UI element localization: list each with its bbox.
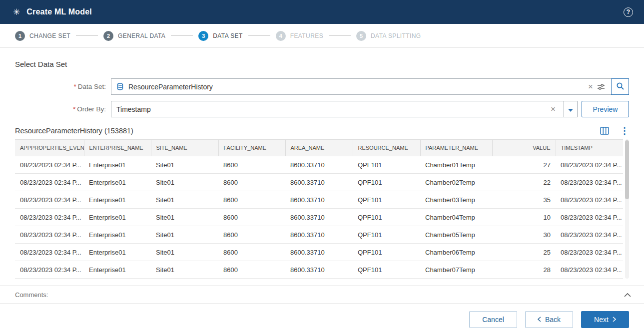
step-features[interactable]: 4 FEATURES <box>276 31 323 41</box>
back-button[interactable]: Back <box>525 311 573 328</box>
step-connector <box>248 35 270 36</box>
filter-settings-icon[interactable] <box>596 83 606 90</box>
clear-order-by-icon[interactable]: × <box>548 105 559 113</box>
required-asterisk: * <box>73 83 76 90</box>
table-cell: Chamber07Temp <box>420 261 492 279</box>
column-header[interactable]: FACILITY_NAME <box>218 140 285 156</box>
database-icon <box>116 83 124 90</box>
back-button-label: Back <box>545 316 561 324</box>
column-header[interactable]: AREA_NAME <box>285 140 353 156</box>
next-button[interactable]: Next <box>581 311 629 328</box>
table-row[interactable]: 08/23/2023 02:34 P...Enterprise01Site018… <box>15 261 623 279</box>
table-header: APPPROPERTIES_EVEN... ENTERPRISE_NAME SI… <box>15 140 623 156</box>
help-icon[interactable]: ? <box>624 7 633 17</box>
column-header[interactable]: APPPROPERTIES_EVEN... <box>15 140 84 156</box>
step-number: 4 <box>276 31 286 41</box>
table-cell: Chamber06Temp <box>420 244 492 261</box>
table-cell: Enterprise01 <box>84 244 151 261</box>
table-cell: 35 <box>492 191 556 209</box>
table-cell: Chamber01Temp <box>420 156 492 174</box>
column-header[interactable]: SITE_NAME <box>151 140 218 156</box>
cancel-button[interactable]: Cancel <box>469 311 517 328</box>
column-header[interactable]: TIMESTAMP <box>556 140 623 156</box>
table-cell: Site01 <box>151 244 218 261</box>
table-cell: QPF101 <box>353 174 420 191</box>
table-title: ResourceParameterHistory (153881) <box>15 127 133 135</box>
step-general-data[interactable]: 2 GENERAL DATA <box>103 31 165 41</box>
table-cell: 8600.33710 <box>285 209 353 226</box>
chevron-left-icon <box>538 316 541 324</box>
table-cell: 22 <box>492 174 556 191</box>
step-change-set[interactable]: 1 CHANGE SET <box>15 31 70 41</box>
table-row[interactable]: 08/23/2023 02:34 P...Enterprise01Site018… <box>15 244 623 261</box>
column-header[interactable]: VALUE <box>492 140 556 156</box>
table-row[interactable]: 08/23/2023 02:34 P...Enterprise01Site018… <box>15 174 623 191</box>
table-cell: 08/23/2023 02:34 P... <box>556 174 623 191</box>
order-by-dropdown-button[interactable] <box>564 101 578 117</box>
cancel-button-label: Cancel <box>482 316 504 324</box>
search-button[interactable] <box>611 78 629 95</box>
table-cell: 08/23/2023 02:34 P... <box>556 244 623 261</box>
step-data-set[interactable]: 3 DATA SET <box>198 31 242 41</box>
table-row[interactable]: 08/23/2023 02:34 P...Enterprise01Site018… <box>15 209 623 226</box>
step-connector <box>171 35 193 36</box>
preview-button[interactable]: Preview <box>582 101 629 117</box>
column-header[interactable]: ENTERPRISE_NAME <box>84 140 151 156</box>
content-area: Select Data Set *Data Set: ResourceParam… <box>0 48 644 279</box>
chevron-down-icon <box>568 105 573 114</box>
data-set-value: ResourceParameterHistory <box>128 83 585 91</box>
chevron-right-icon <box>613 316 616 324</box>
table-cell: Enterprise01 <box>84 226 151 244</box>
table-cell: QPF101 <box>353 156 420 174</box>
column-header[interactable]: RESOURCE_NAME <box>353 140 420 156</box>
step-number: 1 <box>15 31 25 41</box>
table-cell: 08/23/2023 02:34 P... <box>15 244 84 261</box>
step-data-splitting[interactable]: 5 DATA SPLITTING <box>356 31 421 41</box>
table-cell: 8600.33710 <box>285 191 353 209</box>
step-number: 2 <box>103 31 113 41</box>
data-table: APPPROPERTIES_EVEN... ENTERPRISE_NAME SI… <box>15 139 623 279</box>
order-by-value: Timestamp <box>116 105 548 113</box>
table-cell: Site01 <box>151 174 218 191</box>
scrollbar-thumb[interactable] <box>625 140 629 199</box>
app-asterisk-icon: ✳ <box>13 8 20 16</box>
clear-data-set-icon[interactable]: × <box>585 82 596 91</box>
table-cell: Site01 <box>151 261 218 279</box>
table-cell: Chamber05Temp <box>420 226 492 244</box>
order-by-input[interactable]: Timestamp × <box>111 101 564 117</box>
table-cell: 08/23/2023 02:34 P... <box>15 156 84 174</box>
table-cell: 25 <box>492 244 556 261</box>
column-header[interactable]: PARAMETER_NAME <box>420 140 492 156</box>
table-cell: Chamber04Temp <box>420 209 492 226</box>
order-by-label: *Order By: <box>15 105 111 113</box>
table-cell: 8600 <box>218 156 285 174</box>
table-cell: 8600 <box>218 209 285 226</box>
table-cell: 08/23/2023 02:34 P... <box>556 209 623 226</box>
more-options-icon[interactable]: ⋮ <box>620 126 629 135</box>
table-row[interactable]: 08/23/2023 02:34 P...Enterprise01Site018… <box>15 226 623 244</box>
table-cell: QPF101 <box>353 261 420 279</box>
table-cell: 8600.33710 <box>285 244 353 261</box>
table-cell: QPF101 <box>353 209 420 226</box>
data-set-form-row: *Data Set: ResourceParameterHistory × <box>15 78 629 95</box>
table-header-row: APPPROPERTIES_EVEN... ENTERPRISE_NAME SI… <box>15 140 623 156</box>
order-by-form-row: *Order By: Timestamp × Preview <box>15 101 629 117</box>
step-label: CHANGE SET <box>29 32 70 39</box>
collapse-chevron-up-icon[interactable] <box>624 293 631 297</box>
table-cell: 30 <box>492 226 556 244</box>
data-set-label: *Data Set: <box>15 83 111 90</box>
table-cell: 8600.33710 <box>285 174 353 191</box>
table-scrollbar[interactable] <box>625 139 629 279</box>
table-cell: Site01 <box>151 191 218 209</box>
wizard-step-bar: 1 CHANGE SET 2 GENERAL DATA 3 DATA SET 4… <box>0 24 644 48</box>
table-cell: 8600.33710 <box>285 261 353 279</box>
data-set-input[interactable]: ResourceParameterHistory × <box>111 78 612 95</box>
table-cell: 08/23/2023 02:34 P... <box>15 226 84 244</box>
table-row[interactable]: 08/23/2023 02:34 P...Enterprise01Site018… <box>15 191 623 209</box>
table-cell: Site01 <box>151 226 218 244</box>
column-chooser-icon[interactable] <box>600 127 609 135</box>
table-row[interactable]: 08/23/2023 02:34 P...Enterprise01Site018… <box>15 156 623 174</box>
comments-bar: Comments: <box>0 286 644 304</box>
table-cell: 08/23/2023 02:34 P... <box>556 261 623 279</box>
search-icon <box>616 82 625 92</box>
